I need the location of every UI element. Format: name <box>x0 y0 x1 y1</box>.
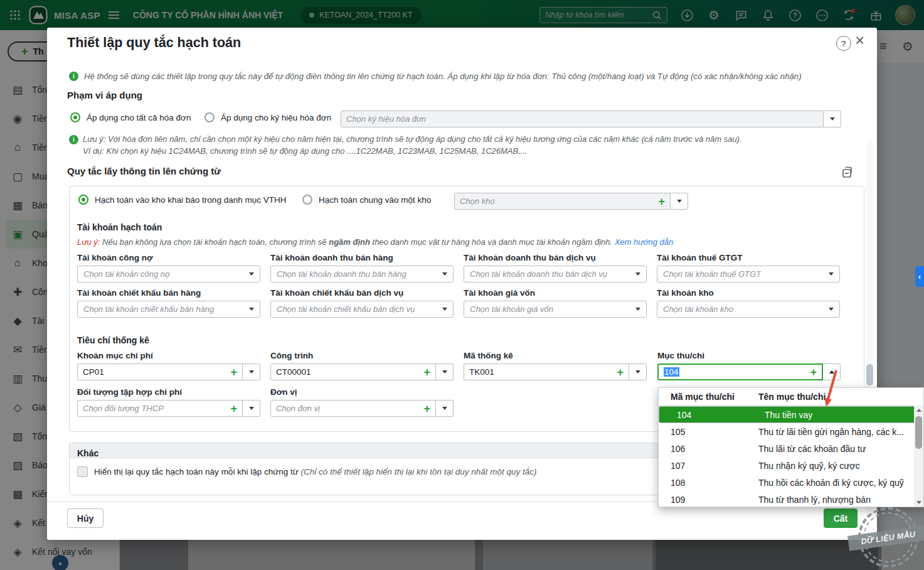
row-name: Thu lãi từ các khoản đầu tư <box>758 444 866 454</box>
select-placeholder: Chọn tài khoản giá vốn <box>470 304 553 314</box>
account-select[interactable]: Chọn tài khoản chiết khấu bán dịch vụ <box>270 301 454 318</box>
radio-single-warehouse[interactable]: Hạch toán chung vào một kho <box>302 195 431 205</box>
dropdown-col-code: Mã mục thu/chi <box>659 392 758 402</box>
info-icon: i <box>69 135 78 144</box>
chevron-down-icon <box>249 370 254 374</box>
checkbox-note: (Chỉ có thể thiết lập hiển thị lại khi t… <box>301 467 537 476</box>
field-label: Đối tượng tập hợp chi phí <box>77 387 260 397</box>
add-icon[interactable]: + <box>420 403 430 414</box>
chevron-down-icon <box>442 308 447 311</box>
account-select[interactable]: Chọn tài khoản chiết khấu bán hàng <box>77 301 260 318</box>
dropdown-scrollbar-thumb[interactable] <box>915 416 922 449</box>
accounts-note: Lưu ý: Nếu bạn không lựa chọn tài khoản … <box>77 237 673 247</box>
invoice-symbol-placeholder: Chọn ký hiệu hóa đơn <box>346 114 426 124</box>
dropdown-row[interactable]: 104 Thu tiền vay <box>659 406 923 423</box>
select-placeholder: Chọn tài khoản thuế GTGT <box>663 269 761 279</box>
field-label: Tài khoản chiết khấu bán hàng <box>77 288 260 298</box>
dropdown-button[interactable] <box>243 363 260 380</box>
help-guide-link[interactable]: Xem hướng dẫn <box>615 237 673 247</box>
account-select[interactable]: Chọn tài khoản thuế GTGT <box>657 266 840 282</box>
radio-warehouse-per-item[interactable]: Hạch toán vào kho khai báo trong danh mụ… <box>78 195 286 205</box>
dropdown-row[interactable]: 108 Thu hồi các khoản đi ký cược, ký quỹ <box>659 474 923 491</box>
income-expense-input[interactable]: 104 + <box>657 363 823 380</box>
income-expense-value-selected: 104 <box>664 367 679 377</box>
accounts-heading: Tài khoản hạch toán <box>77 222 162 232</box>
rules-heading: Quy tắc lấy thông tin lên chứng từ <box>67 166 221 176</box>
chevron-down-icon <box>829 308 834 311</box>
annotation-arrow <box>815 367 847 417</box>
account-field: Tài khoản giá vốn Chọn tài khoản giá vốn <box>464 288 647 318</box>
select-placeholder: Chọn tài khoản doanh thu bán hàng <box>277 269 406 279</box>
select-placeholder: Chọn tài khoản chiết khấu bán dịch vụ <box>277 304 415 314</box>
dropdown-button[interactable] <box>629 363 647 380</box>
account-select[interactable]: Chọn tài khoản doanh thu bán hàng <box>270 266 454 282</box>
stat-code-value: TK001 <box>469 367 494 377</box>
radio-off-icon <box>204 112 215 122</box>
checkbox-label: Hiển thị lại quy tắc hạch toán này mỗi k… <box>94 467 536 476</box>
account-select[interactable]: Chọn tài khoản công nợ <box>77 266 260 282</box>
field-label: Tài khoản kho <box>657 288 840 298</box>
modal-intro-text: Hệ thống sẽ dùng các thiết lập trong quy… <box>84 72 802 81</box>
account-field: Tài khoản chiết khấu bán hàng Chọn tài k… <box>77 288 260 318</box>
select-placeholder: Chọn đối tượng THCP <box>83 404 164 413</box>
add-icon[interactable]: + <box>613 367 624 378</box>
chevron-down-icon <box>635 308 640 311</box>
chevron-down-icon <box>829 272 834 276</box>
chevron-down-icon <box>635 272 640 276</box>
select-placeholder: Chọn đơn vị <box>276 404 320 413</box>
add-icon[interactable]: + <box>420 367 430 378</box>
dropdown-button[interactable] <box>671 193 688 210</box>
cost-item-input[interactable]: CP01 + <box>77 363 243 380</box>
project-input[interactable]: CT00001 + <box>270 363 436 380</box>
radio-all-label: Áp dụng cho tất cả hóa đơn <box>87 113 191 122</box>
unit-input[interactable]: Chọn đơn vị + <box>270 400 436 417</box>
warehouse-select[interactable]: Chọn kho + <box>454 193 688 210</box>
account-field: Tài khoản doanh thu bán dịch vụ Chọn tài… <box>464 253 647 282</box>
cost-item-field: Khoản mục chi phí CP01 + <box>77 351 260 380</box>
account-select[interactable]: Chọn tài khoản giá vốn <box>464 301 647 318</box>
dropdown-button[interactable] <box>436 400 454 417</box>
unit-field: Đơn vị Chọn đơn vị + <box>270 387 454 417</box>
row-name: Thu hồi các khoản đi ký cược, ký quỹ <box>758 478 904 488</box>
sample-data-watermark: DỮ LIỆU MẪU <box>858 507 918 567</box>
scroll-down-arrow-icon[interactable] <box>914 498 923 507</box>
dropdown-button[interactable] <box>824 110 841 127</box>
radio-all-invoices[interactable]: Áp dụng cho tất cả hóa đơn <box>70 112 191 122</box>
account-select[interactable]: Chọn tài khoản doanh thu bán dịch vụ <box>464 266 647 282</box>
radio-invoice-symbol[interactable]: Áp dụng cho ký hiệu hóa đơn <box>204 112 331 122</box>
checkbox-unchecked-icon[interactable] <box>77 466 88 477</box>
cancel-button[interactable]: Hủy <box>67 508 104 528</box>
add-icon[interactable]: + <box>654 196 665 207</box>
radio-on-icon <box>78 195 88 205</box>
account-fields-grid: Tài khoản công nợ Chọn tài khoản công nợ… <box>77 253 840 318</box>
dropdown-scrollbar[interactable] <box>914 406 923 507</box>
add-icon[interactable]: + <box>226 367 237 378</box>
field-label: Đơn vị <box>270 387 454 397</box>
modal-help-icon[interactable]: ? <box>836 36 851 51</box>
modal-close-icon[interactable]: × <box>855 32 864 48</box>
modal-intro: i Hệ thống sẽ dùng các thiết lập trong q… <box>69 72 802 81</box>
row-code: 108 <box>659 478 758 488</box>
accounts-note-part1: Nếu bạn không lựa chọn tài khoản hạch to… <box>100 237 329 247</box>
dropdown-row[interactable]: 105 Thu từ lãi tiền gửi ngân hàng, các k… <box>659 423 923 440</box>
account-select[interactable]: Chọn tài khoản kho <box>657 301 840 318</box>
dropdown-row[interactable]: 107 Thu nhận ký quỹ, ký cược <box>659 457 923 474</box>
collapse-all-icon[interactable] <box>841 164 854 180</box>
cost-object-input[interactable]: Chọn đối tượng THCP + <box>77 400 243 417</box>
stat-code-input[interactable]: TK001 + <box>464 363 629 380</box>
dropdown-header: Mã mục thu/chi Tên mục thu/chi <box>659 388 923 406</box>
radio-vthh-label: Hạch toán vào kho khai báo trong danh mụ… <box>95 195 286 205</box>
dropdown-row[interactable]: 106 Thu lãi từ các khoản đầu tư <box>659 440 923 457</box>
field-label: Tài khoản công nợ <box>77 253 260 262</box>
add-icon[interactable]: + <box>226 403 237 414</box>
dropdown-button[interactable] <box>436 363 454 380</box>
dropdown-row[interactable]: 109 Thu từ thanh lý, nhượng bán <box>659 491 923 508</box>
scroll-up-arrow-icon[interactable] <box>914 406 923 414</box>
invoice-symbol-select[interactable]: Chọn ký hiệu hóa đơn <box>341 110 841 127</box>
dropdown-button[interactable] <box>243 400 260 417</box>
side-panel-toggle[interactable]: ‹ <box>915 266 924 287</box>
select-placeholder: Chọn tài khoản công nợ <box>83 269 170 279</box>
modal-scrollbar-thumb[interactable] <box>866 364 873 385</box>
save-button[interactable]: Cất <box>824 508 858 528</box>
field-label: Khoản mục chi phí <box>77 351 260 360</box>
